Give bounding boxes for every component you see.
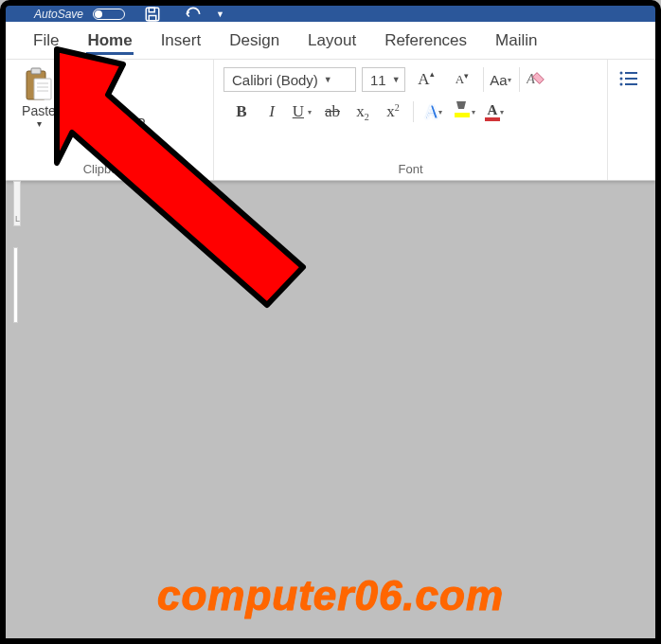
font-name-combo[interactable]: Calibri (Body) ▼ xyxy=(223,67,356,92)
highlight-button[interactable]: ▾ xyxy=(450,99,478,124)
svg-rect-4 xyxy=(31,68,41,74)
italic-button[interactable]: I xyxy=(258,99,286,124)
tab-label: Home xyxy=(87,31,132,50)
strikethrough-button[interactable]: ab xyxy=(318,99,347,124)
chevron-down-icon[interactable]: ▾ xyxy=(37,118,42,129)
clear-formatting-button[interactable]: A xyxy=(519,67,549,92)
tab-label: Insert xyxy=(161,31,202,50)
text-effects-icon: A xyxy=(425,101,438,123)
svg-rect-2 xyxy=(149,15,156,20)
underline-button[interactable]: U ▾ xyxy=(288,99,316,124)
tab-design[interactable]: Design xyxy=(215,22,294,59)
format-painter-button[interactable]: Format P xyxy=(68,115,146,132)
tab-label: Mailin xyxy=(495,31,537,50)
chevron-down-icon: ▼ xyxy=(392,75,401,84)
autosave-toggle[interactable] xyxy=(93,9,125,20)
bullets-button[interactable] xyxy=(614,67,644,92)
decrease-font-button[interactable]: A▾ xyxy=(447,67,477,92)
copy-icon xyxy=(68,92,85,109)
scissors-icon xyxy=(68,69,85,86)
svg-rect-18 xyxy=(455,113,470,117)
dropdown-caret[interactable]: ▼ xyxy=(216,9,224,19)
tab-label: Design xyxy=(229,31,279,50)
svg-rect-14 xyxy=(74,98,82,108)
navigation-pane-sliver: L xyxy=(13,181,21,226)
group-paragraph xyxy=(608,60,655,180)
group-font: Calibri (Body) ▼ 11 ▼ A▴ A▾ Aa▾ xyxy=(214,60,608,180)
text-effects-button[interactable]: A ▾ xyxy=(420,99,448,124)
tab-mailings[interactable]: Mailin xyxy=(481,22,551,59)
tab-file[interactable]: File xyxy=(19,22,73,59)
tab-label: Layout xyxy=(308,31,356,50)
tab-references[interactable]: References xyxy=(370,22,481,59)
svg-point-19 xyxy=(620,71,623,74)
autosave-label: AutoSave xyxy=(34,8,83,21)
svg-rect-5 xyxy=(34,79,51,99)
document-page-sliver xyxy=(13,247,18,323)
svg-rect-1 xyxy=(149,8,154,12)
chevron-down-icon: ▾ xyxy=(308,108,312,116)
font-color-icon: A xyxy=(485,103,500,121)
tab-insert[interactable]: Insert xyxy=(147,22,216,59)
highlighter-icon xyxy=(453,99,472,125)
chevron-down-icon: ▼ xyxy=(324,75,332,84)
bullet-list-icon xyxy=(618,69,639,91)
svg-rect-16 xyxy=(76,122,78,130)
tab-home[interactable]: Home xyxy=(73,22,146,59)
group-label-font: Font xyxy=(214,162,607,176)
paste-label: Paste xyxy=(22,103,56,118)
font-name-value: Calibri (Body) xyxy=(232,72,318,88)
paintbrush-icon xyxy=(68,115,85,132)
svg-rect-0 xyxy=(146,8,159,21)
copy-button[interactable] xyxy=(68,92,146,109)
chevron-down-icon: ▾ xyxy=(500,108,504,116)
svg-point-23 xyxy=(620,82,623,85)
clipboard-icon xyxy=(25,67,53,101)
undo-icon[interactable] xyxy=(184,7,203,22)
chevron-down-icon: ▾ xyxy=(438,108,442,116)
ribbon: Paste ▾ C xyxy=(6,60,655,181)
chevron-down-icon: ▾ xyxy=(472,108,475,116)
format-painter-label: Format P xyxy=(91,116,146,131)
group-clipboard: Paste ▾ C xyxy=(6,60,214,180)
ribbon-tabs: File Home Insert Design Layout Reference… xyxy=(6,22,655,60)
bold-button[interactable]: B xyxy=(227,99,256,124)
superscript-button[interactable]: x2 xyxy=(379,99,407,124)
eraser-icon: A xyxy=(527,69,547,91)
svg-point-21 xyxy=(620,77,623,80)
tab-layout[interactable]: Layout xyxy=(294,22,370,59)
font-size-combo[interactable]: 11 ▼ xyxy=(362,67,405,92)
cut-label: C xyxy=(91,70,100,85)
cut-button[interactable]: C xyxy=(68,69,146,86)
increase-font-button[interactable]: A▴ xyxy=(411,67,441,92)
save-icon[interactable] xyxy=(144,6,161,23)
change-case-button[interactable]: Aa▾ xyxy=(483,67,513,92)
font-size-value: 11 xyxy=(370,72,386,88)
tab-label: References xyxy=(384,31,467,50)
title-bar: AutoSave ▼ xyxy=(6,6,655,22)
paste-button[interactable]: Paste ▾ xyxy=(11,63,66,129)
subscript-button[interactable]: x2 xyxy=(348,99,377,124)
group-label-clipboard: Clipboard xyxy=(6,162,213,176)
svg-rect-15 xyxy=(72,116,80,122)
tab-label: File xyxy=(33,31,59,50)
font-color-button[interactable]: A ▾ xyxy=(480,99,509,124)
